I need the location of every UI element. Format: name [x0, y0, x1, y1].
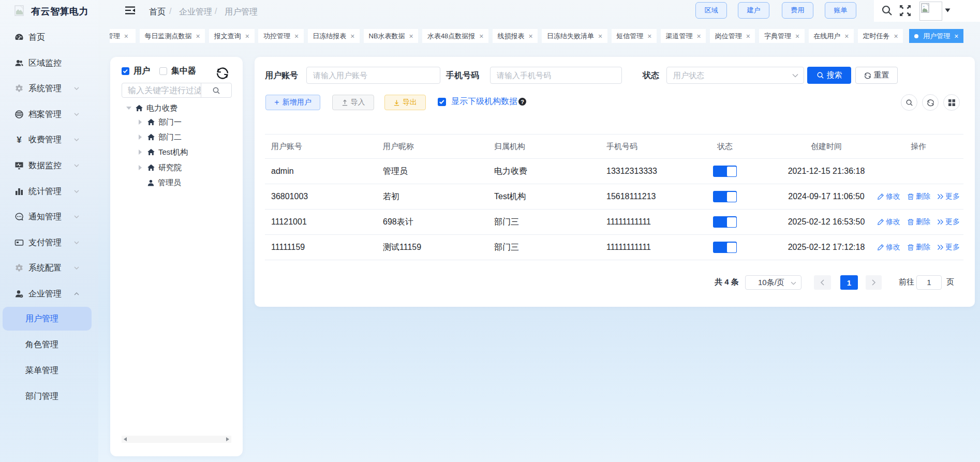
svg-text:¥: ¥ — [17, 135, 22, 144]
